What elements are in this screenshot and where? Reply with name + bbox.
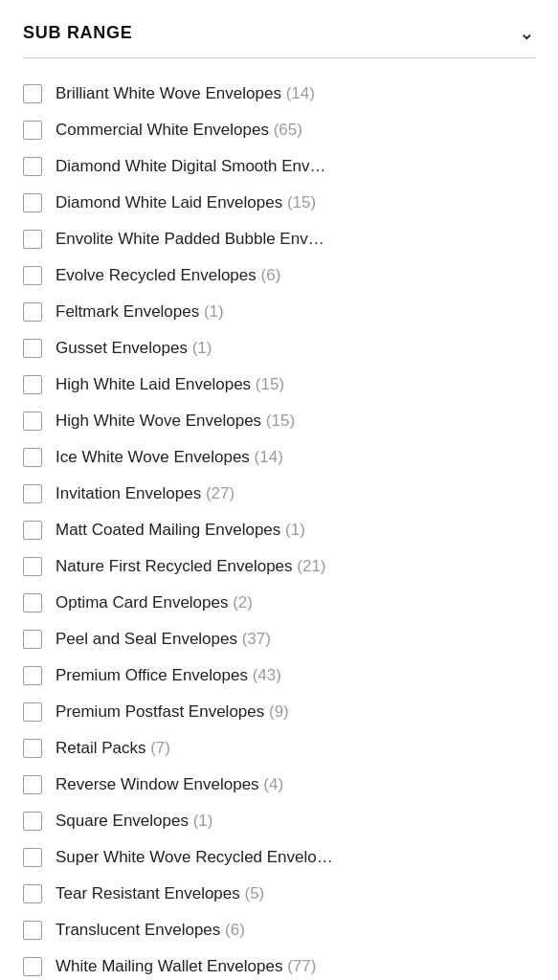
list-item[interactable]: White Mailing Wallet Envelopes (77): [23, 948, 535, 980]
list-item[interactable]: Gusset Envelopes (1): [23, 330, 535, 367]
checkbox[interactable]: [23, 448, 42, 467]
item-label: White Mailing Wallet Envelopes (77): [56, 957, 316, 976]
item-count: (21): [297, 557, 325, 575]
item-label: Envolite White Padded Bubble Env…: [56, 230, 324, 249]
checkbox[interactable]: [23, 593, 42, 612]
item-count: (43): [253, 666, 281, 684]
checkbox[interactable]: [23, 84, 42, 103]
list-item[interactable]: Tear Resistant Envelopes (5): [23, 876, 535, 912]
item-label: Matt Coated Mailing Envelopes (1): [56, 521, 305, 540]
checkbox[interactable]: [23, 193, 42, 212]
checkbox[interactable]: [23, 739, 42, 758]
checkbox[interactable]: [23, 812, 42, 831]
checkbox[interactable]: [23, 521, 42, 540]
item-count: (1): [193, 812, 213, 830]
filter-title: SUB RANGE: [23, 23, 133, 43]
list-item[interactable]: Optima Card Envelopes (2): [23, 585, 535, 621]
item-label: Square Envelopes (1): [56, 812, 212, 831]
checkbox[interactable]: [23, 666, 42, 685]
item-count: (7): [150, 739, 170, 757]
list-item[interactable]: Envolite White Padded Bubble Env…: [23, 221, 535, 257]
checkbox[interactable]: [23, 375, 42, 394]
list-item[interactable]: Square Envelopes (1): [23, 803, 535, 839]
checkbox[interactable]: [23, 630, 42, 649]
item-label: Premium Postfast Envelopes (9): [56, 702, 289, 722]
list-item[interactable]: Reverse Window Envelopes (4): [23, 767, 535, 803]
checkbox[interactable]: [23, 957, 42, 976]
chevron-down-icon[interactable]: ⌄: [519, 21, 535, 44]
checkbox[interactable]: [23, 230, 42, 249]
checkbox[interactable]: [23, 412, 42, 431]
item-count: (1): [192, 339, 212, 357]
filter-header[interactable]: SUB RANGE ⌄: [23, 0, 535, 57]
checkbox[interactable]: [23, 848, 42, 867]
item-count: (37): [242, 630, 271, 648]
item-label: Reverse Window Envelopes (4): [56, 775, 283, 794]
list-item[interactable]: Retail Packs (7): [23, 730, 535, 767]
item-count: (4): [263, 775, 283, 793]
sub-range-filter: SUB RANGE ⌄ Brilliant White Wove Envelop…: [0, 0, 558, 980]
item-count: (65): [274, 121, 302, 139]
checkbox[interactable]: [23, 702, 42, 722]
list-item[interactable]: Translucent Envelopes (6): [23, 912, 535, 948]
item-count: (15): [256, 375, 284, 393]
checkbox[interactable]: [23, 157, 42, 176]
item-count: (9): [269, 702, 289, 721]
checkbox[interactable]: [23, 557, 42, 576]
list-item[interactable]: Diamond White Laid Envelopes (15): [23, 185, 535, 221]
item-label: Evolve Recycled Envelopes (6): [56, 266, 280, 285]
list-item[interactable]: Brilliant White Wove Envelopes (14): [23, 76, 535, 112]
item-label: Diamond White Digital Smooth Env…: [56, 157, 326, 176]
item-label: High White Wove Envelopes (15): [56, 412, 295, 431]
list-item[interactable]: Invitation Envelopes (27): [23, 476, 535, 512]
item-label: Peel and Seal Envelopes (37): [56, 630, 271, 649]
checkbox[interactable]: [23, 302, 42, 322]
list-item[interactable]: Feltmark Envelopes (1): [23, 294, 535, 330]
checkbox[interactable]: [23, 121, 42, 140]
item-label: Invitation Envelopes (27): [56, 484, 234, 503]
list-item[interactable]: Matt Coated Mailing Envelopes (1): [23, 512, 535, 548]
item-count: (14): [286, 84, 315, 102]
item-label: Optima Card Envelopes (2): [56, 593, 253, 612]
checkbox[interactable]: [23, 484, 42, 503]
item-count: (6): [261, 266, 281, 284]
list-item[interactable]: Diamond White Digital Smooth Env…: [23, 148, 535, 185]
checkbox[interactable]: [23, 266, 42, 285]
item-label: Ice White Wove Envelopes (14): [56, 448, 283, 467]
list-item[interactable]: Premium Office Envelopes (43): [23, 657, 535, 694]
item-label: Retail Packs (7): [56, 739, 170, 758]
item-count: (6): [225, 921, 245, 939]
item-label: High White Laid Envelopes (15): [56, 375, 284, 394]
item-label: Commercial White Envelopes (65): [56, 121, 302, 140]
item-count: (5): [245, 884, 265, 902]
item-count: (15): [266, 412, 295, 430]
item-label: Diamond White Laid Envelopes (15): [56, 193, 316, 212]
item-count: (27): [206, 484, 234, 502]
item-count: (14): [255, 448, 283, 466]
list-item[interactable]: Ice White Wove Envelopes (14): [23, 439, 535, 476]
checkbox[interactable]: [23, 884, 42, 903]
item-count: (1): [285, 521, 305, 539]
list-item[interactable]: Nature First Recycled Envelopes (21): [23, 548, 535, 585]
item-label: Feltmark Envelopes (1): [56, 302, 224, 322]
item-label: Tear Resistant Envelopes (5): [56, 884, 264, 903]
list-item[interactable]: Super White Wove Recycled Envelo…: [23, 839, 535, 876]
list-item[interactable]: Commercial White Envelopes (65): [23, 112, 535, 148]
checkbox[interactable]: [23, 339, 42, 358]
item-label: Gusset Envelopes (1): [56, 339, 212, 358]
item-label: Super White Wove Recycled Envelo…: [56, 848, 333, 867]
checkbox[interactable]: [23, 775, 42, 794]
list-item[interactable]: Peel and Seal Envelopes (37): [23, 621, 535, 657]
filter-list: Brilliant White Wove Envelopes (14)Comme…: [23, 76, 535, 980]
list-item[interactable]: High White Laid Envelopes (15): [23, 367, 535, 403]
list-item[interactable]: Premium Postfast Envelopes (9): [23, 694, 535, 730]
list-item[interactable]: High White Wove Envelopes (15): [23, 403, 535, 439]
checkbox[interactable]: [23, 921, 42, 940]
item-label: Premium Office Envelopes (43): [56, 666, 281, 685]
header-divider: [23, 57, 535, 58]
item-label: Brilliant White Wove Envelopes (14): [56, 84, 315, 103]
item-count: (1): [204, 302, 224, 321]
item-count: (15): [287, 193, 316, 212]
item-label: Translucent Envelopes (6): [56, 921, 245, 940]
list-item[interactable]: Evolve Recycled Envelopes (6): [23, 257, 535, 294]
